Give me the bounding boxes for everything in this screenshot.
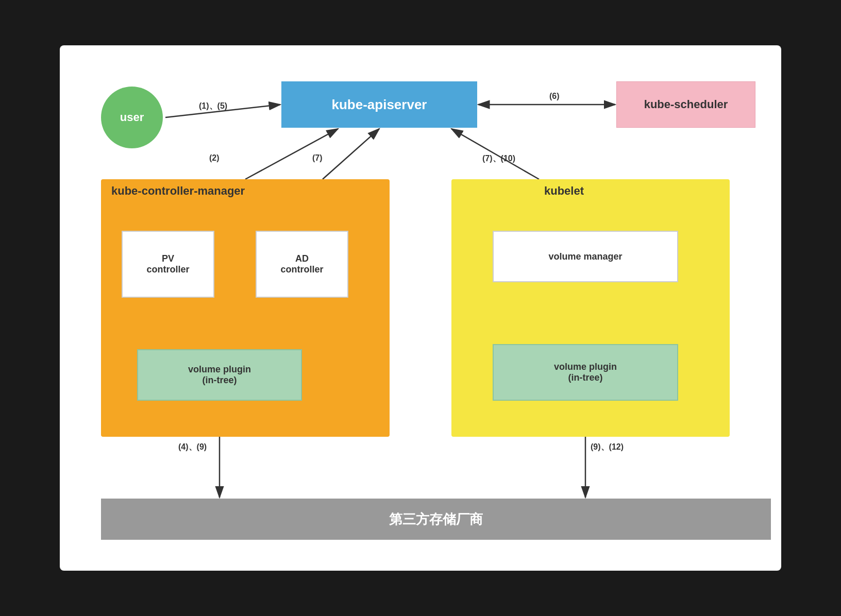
scheduler-label: kube-scheduler <box>644 98 728 111</box>
label-ad-to-api: (7) <box>312 153 323 163</box>
diagram-container: (1)、(5) (6) (2) (7) (7)、(10) (3) (8) (8)… <box>60 45 781 571</box>
scheduler-box: kube-scheduler <box>616 81 755 128</box>
storage-label: 第三方存储厂商 <box>389 510 483 528</box>
controller-manager-label: kube-controller-manager <box>111 184 245 198</box>
label-plugin-right-to-storage: (9)、(12) <box>591 442 624 453</box>
kubelet-label: kubelet <box>544 184 584 198</box>
label-scheduler-to-api: (6) <box>549 92 560 101</box>
user-node: user <box>101 87 163 148</box>
storage-box: 第三方存储厂商 <box>101 499 771 540</box>
pv-controller-box: PV controller <box>122 231 214 298</box>
apiserver-label: kube-apiserver <box>332 97 427 113</box>
volume-plugin-left: volume plugin (in-tree) <box>137 349 302 401</box>
svg-line-4 <box>245 129 338 179</box>
label-user-to-api: (1)、(5) <box>199 101 227 112</box>
apiserver-box: kube-apiserver <box>281 81 477 128</box>
volume-manager-box: volume manager <box>493 231 678 282</box>
label-plugin-left-to-storage: (4)、(9) <box>178 442 207 453</box>
label-controller-to-api: (2) <box>209 153 220 163</box>
ad-controller-box: AD controller <box>256 231 348 298</box>
label-kubelet-to-api: (7)、(10) <box>482 153 515 164</box>
svg-line-5 <box>323 129 379 179</box>
volume-plugin-right: volume plugin (in-tree) <box>493 344 678 401</box>
